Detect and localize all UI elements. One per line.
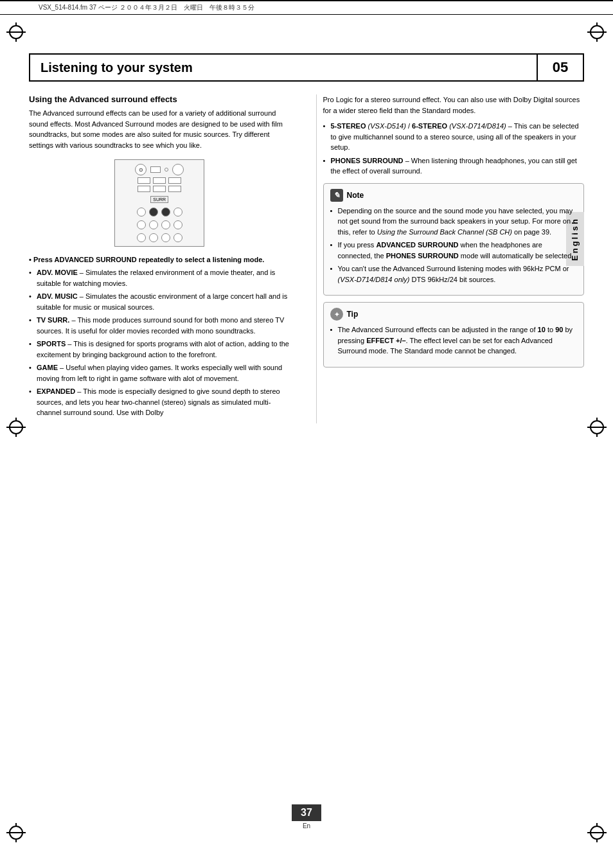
mode-tv-surr: TV SURR. – This mode produces surround s… [29, 315, 290, 336]
mode-sports: SPORTS – This is designed for sports pro… [29, 339, 290, 360]
corner-decoration-top-right [587, 22, 607, 42]
dial-icon: ⊙ [135, 164, 147, 175]
footer-page-number: 37 [292, 804, 321, 821]
corner-decoration-mid-left [6, 418, 26, 437]
tip-box: ✦ Tip The Advanced Surround effects can … [323, 302, 585, 368]
section-title: Using the Advanced surround effects [29, 94, 290, 104]
top-bar-text: VSX_514-814.fm 37 ページ ２００４年３月２日 火曜日 午後８時… [39, 4, 254, 11]
btn-circle-3 [161, 208, 170, 217]
tip-bullet-1: The Advanced Surround effects can be adj… [330, 324, 578, 357]
btn-circle-8 [173, 220, 182, 229]
btn-circle-7 [161, 220, 170, 229]
display-rect [150, 166, 161, 173]
bullet-5stereo: 5-STEREO (VSX-D514) / 6-STEREO (VSX-D714… [323, 121, 585, 153]
right-bullets: 5-STEREO (VSX-D514) / 6-STEREO (VSX-D714… [323, 121, 585, 177]
small-circle [164, 168, 168, 172]
btn-circle-1 [137, 208, 146, 217]
button-rect-6 [168, 186, 181, 192]
mode-adv-movie: ADV. MOVIE – Simulates the relaxed envir… [29, 267, 290, 288]
page-header: Listening to your system 05 [29, 53, 584, 82]
btn-circle-2 [149, 208, 158, 217]
btn-circle-10 [149, 233, 158, 242]
mode-adv-music: ADV. MUSIC – Simulates the acoustic envi… [29, 291, 290, 312]
tip-bullets: The Advanced Surround effects can be adj… [330, 324, 578, 357]
corner-decoration-top-left [6, 22, 26, 42]
btn-circle-12 [173, 233, 182, 242]
top-bar: VSX_514-814.fm 37 ページ ２００４年３月２日 火曜日 午後８時… [0, 0, 613, 15]
page-title: Listening to your system [30, 55, 538, 80]
button-rect-2 [153, 177, 166, 184]
corner-decoration-mid-right [587, 418, 607, 437]
note-header: ✎ Note [330, 189, 578, 202]
tip-icon: ✦ [330, 308, 343, 321]
note-bullets: Depending on the source and the sound mo… [330, 206, 578, 285]
button-rect-4 [138, 186, 150, 192]
note-bullet-1: Depending on the source and the sound mo… [330, 206, 578, 238]
modes-list: ADV. MOVIE – Simulates the relaxed envir… [29, 267, 290, 418]
note-icon: ✎ [330, 189, 343, 202]
label-box: SURR [150, 196, 168, 203]
note-box: ✎ Note Depending on the source and the s… [323, 183, 585, 296]
btn-circle-11 [161, 233, 170, 242]
bullet-phones-surround: PHONES SURROUND – When listening through… [323, 155, 585, 177]
page-footer: 37 En [0, 804, 613, 829]
btn-circle-5 [137, 220, 146, 229]
note-bullet-2: If you press ADVANCED SURROUND when the … [330, 240, 578, 261]
note-bullet-3: You can't use the Advanced Surround list… [330, 263, 578, 285]
page-number: 05 [538, 55, 583, 80]
main-content: Using the Advanced surround effects The … [29, 82, 584, 423]
button-rect-3 [168, 177, 181, 184]
button-rect-5 [153, 186, 166, 192]
left-column: Using the Advanced surround effects The … [29, 94, 297, 423]
receiver-diagram: ⊙ SURR [114, 159, 204, 247]
btn-circle-4 [173, 208, 182, 217]
press-instruction: Press ADVANCED SURROUND repeatedly to se… [29, 256, 290, 263]
continued-text: Pro Logic for a stereo surround effect. … [323, 94, 585, 116]
mode-game: GAME – Useful when playing video games. … [29, 362, 290, 384]
right-column: Pro Logic for a stereo surround effect. … [316, 94, 585, 423]
btn-circle-9 [137, 233, 146, 242]
footer-lang: En [303, 822, 310, 829]
button-rect-1 [138, 177, 150, 184]
knob-icon [172, 164, 184, 175]
mode-expanded: EXPANDED – This mode is especially desig… [29, 386, 290, 418]
btn-circle-6 [149, 220, 158, 229]
intro-text: The Advanced surround effects can be use… [29, 108, 290, 150]
tip-header: ✦ Tip [330, 308, 578, 321]
